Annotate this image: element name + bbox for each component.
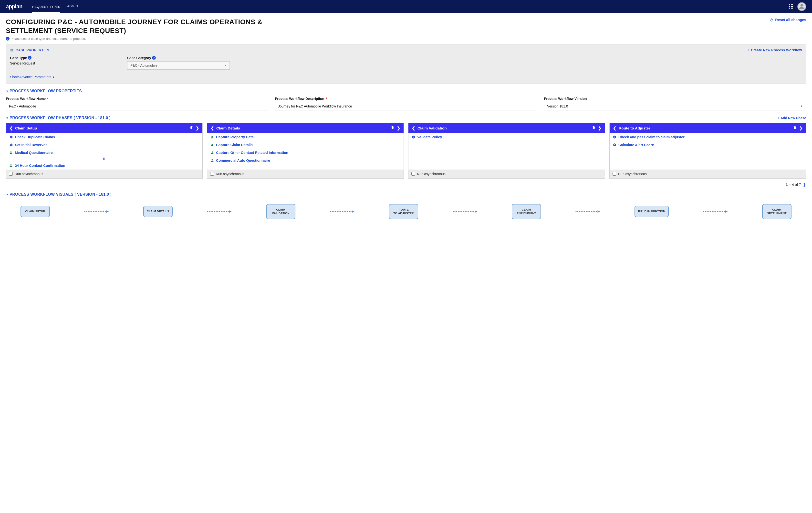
create-new-workflow-link[interactable]: + Create New Process Workflow [748, 48, 802, 52]
show-advance-parameters-toggle[interactable]: Show Advance Parameters ▲ [10, 75, 802, 79]
phase-step[interactable]: Calculate Alert Score [610, 141, 806, 149]
phase-step-label: Check Duplicate Claims [15, 135, 55, 139]
user-avatar[interactable] [798, 2, 806, 11]
person-icon [9, 164, 13, 168]
phase-next-icon[interactable]: ❯ [598, 126, 602, 131]
phase-prev-icon[interactable]: ❮ [612, 126, 617, 131]
phase-card: ❮Route to Adjuster❯Check and pass claim … [609, 123, 806, 179]
workflow-desc-label: Process Workflow Description* [275, 97, 537, 101]
flow-arrow-icon [669, 210, 762, 213]
flow-node[interactable]: CLAIMENRICHMENT [512, 204, 541, 219]
phase-step[interactable]: Set Initial Reserves [6, 141, 202, 149]
help-icon[interactable]: ? [28, 56, 31, 60]
phase-prev-icon[interactable]: ❮ [210, 126, 214, 131]
phase-title: Claim Setup [15, 126, 187, 131]
phase-step[interactable]: Capture Claim Details [207, 141, 404, 149]
help-icon[interactable]: ? [152, 56, 156, 60]
case-type-label: Case Type ? [10, 56, 113, 60]
phase-next-icon[interactable]: ❯ [397, 126, 401, 131]
case-type-value: Service Request [10, 61, 113, 65]
phase-step-label: Calculate Alert Score [618, 143, 654, 147]
trash-icon[interactable] [793, 126, 797, 131]
trash-icon[interactable] [190, 126, 193, 131]
trash-icon[interactable] [390, 126, 395, 131]
run-async-checkbox[interactable]: Run asynchronous [207, 169, 404, 178]
phase-step-label: Check and pass claim to claim adjuster [618, 135, 685, 139]
workflow-name-input[interactable] [6, 102, 268, 110]
pager-next-icon[interactable]: ❯ [803, 183, 806, 187]
workflow-flow-diagram: CLAIM SETUPCLAIM DETAILSCLAIMVALIDATIONR… [6, 204, 806, 219]
phase-step[interactable]: 24 Hour Contact Confirmation [6, 162, 202, 169]
phase-card: ❮Claim Setup❯Check Duplicate ClaimsSet I… [6, 123, 203, 179]
page-hint: ? Please select case type and case name … [6, 37, 806, 40]
flow-node[interactable]: CLAIMVALIDATION [266, 204, 295, 219]
workflow-version-select[interactable]: Version 181.0 ▼ [544, 102, 806, 110]
person-icon [9, 151, 13, 155]
phase-step[interactable]: Capture Other Contact Related Informatio… [207, 149, 404, 157]
run-async-checkbox[interactable]: Run asynchronous [610, 169, 806, 178]
phase-prev-icon[interactable]: ❮ [9, 126, 13, 131]
refresh-icon [770, 18, 774, 22]
person-icon [210, 151, 214, 155]
flow-node[interactable]: CLAIMSETTLEMENT [762, 204, 791, 219]
workflow-phases-header[interactable]: ▼ PROCESS WORKFLOW PHASES ( VERSION - 18… [6, 116, 111, 120]
list-icon [10, 48, 14, 52]
phase-card: ❮Claim Validation❯Validate PolicyRun asy… [408, 123, 605, 179]
person-icon [210, 135, 214, 139]
phase-step-label: Medical Questionnaire [15, 151, 53, 155]
pause-icon[interactable] [6, 157, 202, 162]
caret-down-icon: ▼ [6, 193, 8, 196]
person-icon [210, 143, 214, 147]
flow-arrow-icon [295, 210, 389, 213]
flow-node[interactable]: ROUTETO ADJUSTER [389, 204, 418, 219]
help-icon: ? [6, 37, 9, 40]
gear-icon [9, 135, 13, 139]
gear-icon [612, 143, 616, 147]
workflow-version-label: Process Workflow Version [544, 97, 806, 101]
nav-request-types[interactable]: REQUEST TYPES [32, 5, 60, 13]
phase-step[interactable]: Commercial Auto Questionnaire [207, 157, 404, 164]
phase-card: ❮Claim Details❯Capture Property DetailCa… [207, 123, 404, 179]
phase-step-label: Capture Other Contact Related Informatio… [216, 151, 288, 155]
case-category-select[interactable]: P&C - Automobile ▼ [127, 61, 230, 70]
flow-arrow-icon [50, 210, 143, 213]
nav-admin[interactable]: ADMIN [67, 4, 78, 9]
phase-title: Claim Validation [417, 126, 590, 131]
phase-step[interactable]: Validate Policy [408, 133, 605, 141]
case-properties-header: CASE PROPERTIES [16, 48, 49, 52]
top-bar: appian REQUEST TYPES ADMIN [0, 0, 812, 13]
workflow-properties-header[interactable]: ▼ PROCESS WORKFLOW PROPERTIES [6, 89, 806, 93]
case-category-label: Case Category ? [127, 56, 230, 60]
flow-node[interactable]: CLAIM SETUP [21, 206, 50, 217]
caret-down-icon: ▼ [6, 90, 8, 92]
person-icon [210, 159, 214, 162]
phase-step[interactable]: Capture Property Detail [207, 133, 404, 141]
workflow-visuals-header[interactable]: ▼ PROCESS WORKFLOW VISUALS ( VERSION - 1… [6, 192, 806, 197]
brand-logo: appian [6, 3, 23, 10]
phase-step-label: Capture Property Detail [216, 135, 256, 139]
phase-step[interactable]: Medical Questionnaire [6, 149, 202, 157]
run-async-checkbox[interactable]: Run asynchronous [6, 169, 202, 178]
add-new-phase-link[interactable]: + Add New Phase [778, 116, 806, 120]
flow-node[interactable]: FIELD INSPECTION [635, 206, 669, 217]
gear-icon [612, 135, 616, 139]
phase-title: Route to Adjuster [619, 126, 791, 131]
trash-icon[interactable] [592, 126, 596, 131]
phase-step-label: Validate Policy [417, 135, 442, 139]
reset-all-changes-link[interactable]: Reset all changes [770, 18, 806, 22]
workflow-desc-input[interactable] [275, 102, 537, 110]
flow-arrow-icon [418, 210, 512, 213]
caret-down-icon: ▼ [6, 116, 8, 119]
phase-step[interactable]: Check Duplicate Claims [6, 133, 202, 141]
phase-step-label: Capture Claim Details [216, 143, 253, 147]
phase-next-icon[interactable]: ❯ [195, 126, 200, 131]
phase-step-label: Commercial Auto Questionnaire [216, 159, 270, 162]
phase-prev-icon[interactable]: ❮ [411, 126, 415, 131]
run-async-checkbox[interactable]: Run asynchronous [408, 169, 605, 178]
apps-grid-icon[interactable] [789, 4, 793, 9]
phase-step[interactable]: Check and pass claim to claim adjuster [610, 133, 806, 141]
phase-next-icon[interactable]: ❯ [799, 126, 803, 131]
phase-step-label: Set Initial Reserves [15, 143, 47, 147]
flow-node[interactable]: CLAIM DETAILS [143, 206, 173, 217]
workflow-name-label: Process Workflow Name* [6, 97, 268, 101]
